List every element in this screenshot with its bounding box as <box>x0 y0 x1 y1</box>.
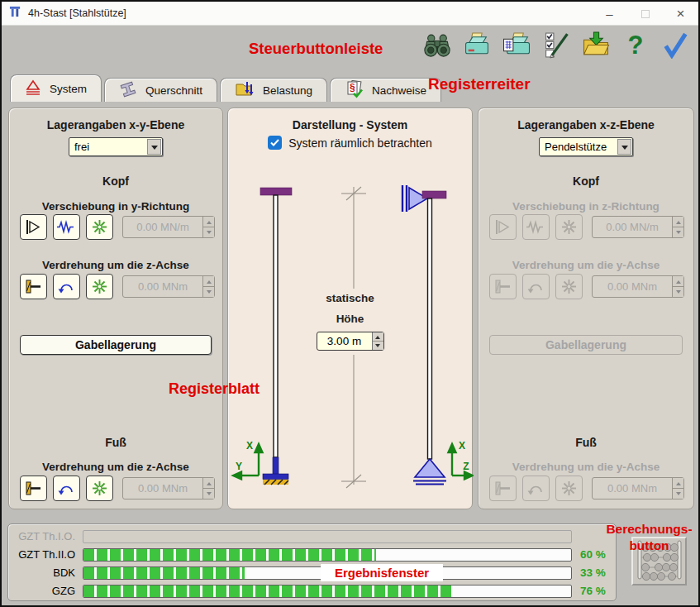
app-icon <box>9 6 21 22</box>
app-window: 4h-Stast [Stahlstütze] – × Steuerbuttonl… <box>0 0 700 607</box>
support-free-button <box>555 214 583 240</box>
support-fixed-button[interactable] <box>20 274 47 299</box>
result-row: GZT Th.I.O. <box>13 529 611 543</box>
group-label: Verschiebung in z-Richtung <box>479 200 693 213</box>
dropdown-value: frei <box>69 141 147 153</box>
support-fixed-button[interactable] <box>20 476 47 501</box>
height-spinner[interactable] <box>372 332 383 350</box>
group-label: Verdrehung um die y-Achse <box>479 259 693 271</box>
support-free-button <box>555 274 583 299</box>
annotation-steuerbuttonleiste: Steuerbuttonleiste <box>249 40 383 58</box>
maximize-button <box>627 2 663 26</box>
stiffness-input: 0.00 MNm <box>122 275 215 298</box>
stiffness-input: 0.00 MNm <box>592 477 684 499</box>
height-label-1: statische <box>228 292 472 304</box>
panel-lager-xy: Lagerangaben x-y-Ebene frei Kopf Verschi… <box>8 108 223 509</box>
maximize-icon <box>641 10 650 18</box>
results-panel: GZT Th.I.O.GZT Th.II.O60 %BDK33 %GZG76 % <box>7 523 617 601</box>
svg-text:X: X <box>246 440 253 452</box>
window-title: 4h-Stast [Stahlstütze] <box>28 7 126 19</box>
result-percent: 76 % <box>580 585 606 597</box>
close-button[interactable]: × <box>663 2 698 26</box>
stiffness-value: 0.00 MNm <box>123 276 202 297</box>
result-row-label: GZT Th.I.O. <box>13 530 83 542</box>
rotation-spring-button[interactable] <box>53 274 80 299</box>
kopf-heading: Kopf <box>479 174 693 188</box>
result-progress-bar <box>83 585 572 598</box>
spinner <box>202 478 214 499</box>
rotation-spring-button[interactable] <box>53 476 80 501</box>
support-free-button[interactable] <box>86 476 113 501</box>
tab-label: System <box>50 83 87 95</box>
rotation-spring-button <box>522 476 550 501</box>
question-mark-icon: ? <box>621 31 650 61</box>
height-input[interactable]: 3.00 m <box>317 332 384 351</box>
svg-text:Z: Z <box>463 461 469 472</box>
confirm-button[interactable] <box>659 29 692 64</box>
result-row: GZG76 % <box>13 584 611 598</box>
group-label: Verdrehung um die y-Achse <box>479 461 693 473</box>
folder-load-icon <box>235 80 255 100</box>
titlebar: 4h-Stast [Stahlstütze] – × <box>2 2 698 26</box>
support-free-button[interactable] <box>86 214 113 240</box>
result-row-label: GZT Th.II.O <box>13 548 83 561</box>
tab-bar: System Querschnitt Belastung § Nachweise <box>10 74 441 102</box>
binoculars-icon <box>422 31 452 61</box>
tab-querschnitt[interactable]: Querschnitt <box>104 78 217 102</box>
panel-darstellung: Darstellung - System System räumlich bet… <box>227 108 473 509</box>
annotation-registerreiter: Registerreiter <box>428 75 531 93</box>
toolbar: ? <box>421 29 692 64</box>
svg-text:§: § <box>350 82 355 93</box>
tab-nachweise[interactable]: § Nachweise <box>330 78 441 102</box>
result-progress-bar <box>83 548 572 562</box>
fuss-heading: Fuß <box>9 436 222 449</box>
support-roller-button[interactable] <box>20 214 47 240</box>
print-document-button[interactable] <box>500 29 533 64</box>
import-button[interactable] <box>579 29 612 64</box>
tab-belastung[interactable]: Belastung <box>220 78 327 102</box>
chevron-down-icon <box>147 139 161 155</box>
annotation-registerblatt: Registerblatt <box>169 380 260 398</box>
svg-text:Y: Y <box>236 461 242 472</box>
support-spring-button <box>522 214 550 240</box>
chevron-down-icon <box>617 139 631 155</box>
stiffness-value: 0.00 MN/m <box>593 217 672 237</box>
stiffness-value: 0.00 MNm <box>593 276 672 297</box>
result-row-label: BDK <box>13 566 83 579</box>
height-label-2: Höhe <box>228 313 472 325</box>
checklist-button[interactable] <box>540 29 573 64</box>
support-fixed-button <box>489 476 517 501</box>
lager-xz-dropdown[interactable]: Pendelstütze <box>539 137 633 156</box>
tab-label: Nachweise <box>372 84 426 97</box>
fuss-heading: Fuß <box>479 436 693 449</box>
panel-title: Lagerangaben x-y-Ebene <box>9 118 222 131</box>
folder-download-icon <box>581 31 611 61</box>
tab-label: Querschnitt <box>145 84 202 97</box>
support-roller-button <box>489 214 517 240</box>
rotation-spring-button <box>522 274 550 299</box>
checklist-pen-icon <box>541 31 571 61</box>
spinner <box>672 478 683 499</box>
minimize-button[interactable]: – <box>592 2 627 26</box>
help-button[interactable]: ? <box>619 29 652 64</box>
stiffness-value: 0.00 MN/m <box>123 217 202 237</box>
tab-label: Belastung <box>263 84 312 97</box>
group-label: Verdrehung um die z-Achse <box>9 259 222 271</box>
lager-xy-dropdown[interactable]: frei <box>69 137 163 156</box>
support-spring-button[interactable] <box>53 214 80 240</box>
print-button[interactable] <box>460 29 493 64</box>
panel-title: Lagerangaben x-z-Ebene <box>479 118 693 131</box>
tab-system[interactable]: System <box>10 74 102 102</box>
support-free-button <box>555 476 583 501</box>
search-button[interactable] <box>421 29 454 64</box>
spinner <box>202 276 214 297</box>
spinner <box>202 217 214 237</box>
support-free-button[interactable] <box>86 274 113 299</box>
gabellagerung-button[interactable]: Gabellagerung <box>20 335 212 355</box>
panel-title: Darstellung - System <box>228 118 472 131</box>
checkbox-checked-icon[interactable] <box>268 136 282 150</box>
result-progress-bar <box>83 530 572 543</box>
raeumlich-checkbox-row[interactable]: System räumlich betrachten <box>228 136 472 150</box>
paragraph-check-icon: § <box>345 80 364 101</box>
stiffness-input: 0.00 MNm <box>122 477 215 499</box>
